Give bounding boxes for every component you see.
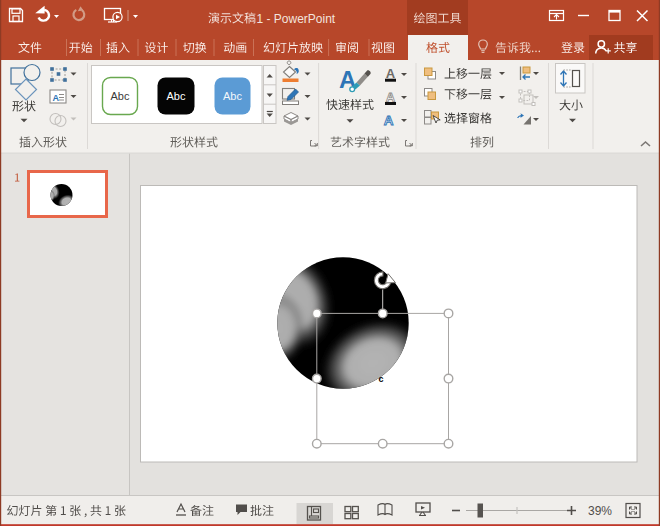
svg-text:A: A bbox=[384, 113, 394, 128]
svg-text:Abc: Abc bbox=[167, 90, 186, 102]
svg-text:c: c bbox=[379, 374, 384, 384]
svg-text:39%: 39% bbox=[588, 504, 612, 518]
svg-text:1 - PowerPoint: 1 - PowerPoint bbox=[257, 12, 336, 26]
svg-text:Abc: Abc bbox=[111, 90, 130, 102]
svg-text:A: A bbox=[53, 93, 60, 103]
svg-text:Abc: Abc bbox=[223, 90, 242, 102]
